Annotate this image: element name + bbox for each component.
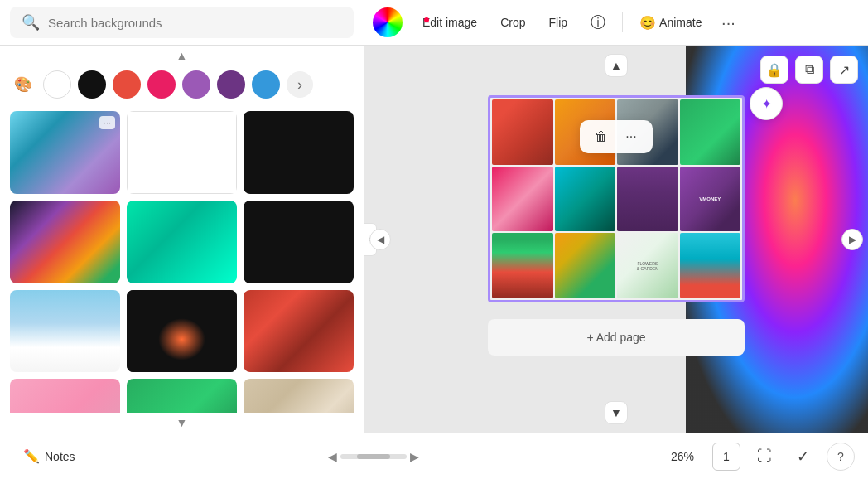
top-toolbar: 🔍 Edit image Crop Flip ⓘ 😊 Animate ··· <box>0 0 868 46</box>
background-item[interactable] <box>244 111 354 194</box>
collage-cell-woman-swimsuit <box>492 233 553 298</box>
swatch-white[interactable] <box>43 70 71 99</box>
more-options-button[interactable]: ··· <box>715 9 741 36</box>
collage-toolbar: 🗑 ··· <box>580 120 653 153</box>
collage-cell-green-leaf <box>680 99 741 165</box>
canvas-nav-up[interactable]: ▲ <box>605 54 628 77</box>
background-grid: ··· <box>10 111 354 413</box>
canvas-area: ▲ 🔒 ⧉ ↗ ◀ ▶ 🗑 ··· <box>364 46 868 433</box>
swatch-more-button[interactable]: › <box>287 71 313 98</box>
bg-smoke-colorful <box>10 201 120 283</box>
toolbar-separator <box>622 12 623 32</box>
flip-button[interactable]: Flip <box>539 11 578 34</box>
background-item[interactable] <box>10 201 120 283</box>
notes-button[interactable]: ✏️ Notes <box>13 443 85 469</box>
collage-more-button[interactable]: ··· <box>620 125 643 148</box>
swatch-black[interactable] <box>78 70 106 99</box>
collage-cell-banner: VMONEY <box>680 167 741 232</box>
ai-assistant-button[interactable]: ✦ <box>750 87 783 120</box>
add-page-button[interactable]: + Add page <box>488 319 745 356</box>
canvas-nav-down[interactable]: ▼ <box>605 401 628 424</box>
main-content: ▲ 🎨 › ··· <box>0 46 868 433</box>
help-button[interactable]: ? <box>827 443 855 471</box>
color-wheel-icon[interactable] <box>373 7 403 37</box>
background-grid-area: ··· <box>0 104 364 413</box>
canvas-top-controls: 🔒 ⧉ ↗ <box>760 56 858 84</box>
swatch-red[interactable] <box>113 70 141 99</box>
bg-fireworks <box>127 290 237 373</box>
swatch-pink[interactable] <box>147 70 176 99</box>
palette-icon[interactable]: 🎨 <box>10 71 36 98</box>
scroll-indicator: ◀ ▶ <box>328 450 419 463</box>
bg-pink-heart <box>10 379 120 413</box>
search-icon: 🔍 <box>22 13 40 31</box>
swatch-blue[interactable] <box>252 70 280 99</box>
info-button[interactable]: ⓘ <box>581 7 615 37</box>
page-indicator[interactable]: 1 <box>712 443 740 471</box>
background-item[interactable] <box>244 290 354 373</box>
bottom-bar: ✏️ Notes ◀ ▶ 26% 1 ⛶ ✓ ? <box>0 433 868 479</box>
edit-image-button[interactable]: Edit image <box>412 11 487 34</box>
scroll-thumb <box>357 454 390 459</box>
panel-scroll-up[interactable]: ▲ <box>0 46 364 65</box>
background-item[interactable] <box>10 290 120 373</box>
scroll-right-icon[interactable]: ▶ <box>410 450 419 463</box>
crop-button[interactable]: Crop <box>490 11 535 34</box>
background-item[interactable] <box>127 290 237 373</box>
collage-cell-red-door <box>492 99 553 165</box>
fullscreen-button[interactable]: ⛶ <box>750 443 779 471</box>
left-panel-header: 🔍 <box>0 7 364 38</box>
bg-dark-abstract <box>244 201 354 283</box>
bg-crystals <box>244 379 354 413</box>
notes-icon: ✏️ <box>23 448 40 464</box>
bg-item-menu[interactable]: ··· <box>99 116 115 129</box>
toolbar-right: Edit image Crop Flip ⓘ 😊 Animate ··· <box>364 7 868 37</box>
background-item[interactable] <box>244 379 354 413</box>
background-item[interactable] <box>127 379 237 413</box>
scroll-track[interactable] <box>340 454 407 459</box>
bg-green-field <box>127 379 237 413</box>
bg-red-wood <box>244 290 354 373</box>
bg-mint-gradient <box>127 201 237 283</box>
search-input[interactable] <box>48 16 342 30</box>
swatch-purple[interactable] <box>182 70 210 99</box>
collage-cell-teal-abstract <box>555 167 616 232</box>
notification-dot <box>424 17 429 22</box>
check-button[interactable]: ✓ <box>788 443 817 471</box>
collage-cell-pink-flower <box>492 167 553 232</box>
left-panel: ▲ 🎨 › ··· <box>0 46 364 433</box>
swatches-row: 🎨 › <box>0 65 364 104</box>
canvas-nav-right[interactable]: ▶ <box>841 229 863 250</box>
bg-sky-clouds <box>10 290 120 373</box>
search-box: 🔍 <box>10 7 354 38</box>
lock-button[interactable]: 🔒 <box>760 56 788 84</box>
background-item[interactable] <box>244 201 354 283</box>
collage-cell-flowers-pot: FLOWERS& GARDEN <box>617 233 678 298</box>
collage-cell-pineapple <box>555 233 616 298</box>
background-item[interactable]: ··· <box>10 111 120 194</box>
bg-white <box>127 111 237 194</box>
panel-scroll-down[interactable]: ▼ <box>0 413 364 433</box>
collage-cell-woman-standing <box>617 167 678 232</box>
canvas-nav-left[interactable]: ◀ <box>369 229 391 250</box>
share-button[interactable]: ↗ <box>830 56 858 84</box>
animate-button[interactable]: 😊 Animate <box>629 10 711 36</box>
canvas-wrapper: 🗑 ··· VMONEY <box>488 95 745 302</box>
background-item[interactable] <box>127 201 237 283</box>
background-item[interactable] <box>10 379 120 413</box>
swatch-deep-purple[interactable] <box>217 70 245 99</box>
collage-cell-teal-person <box>680 233 741 298</box>
collage-delete-button[interactable]: 🗑 <box>590 125 613 148</box>
duplicate-button[interactable]: ⧉ <box>795 56 823 84</box>
background-item[interactable] <box>127 111 237 194</box>
bg-black <box>244 111 354 194</box>
scroll-left-icon[interactable]: ◀ <box>328 450 337 463</box>
zoom-display[interactable]: 26% <box>663 447 702 467</box>
